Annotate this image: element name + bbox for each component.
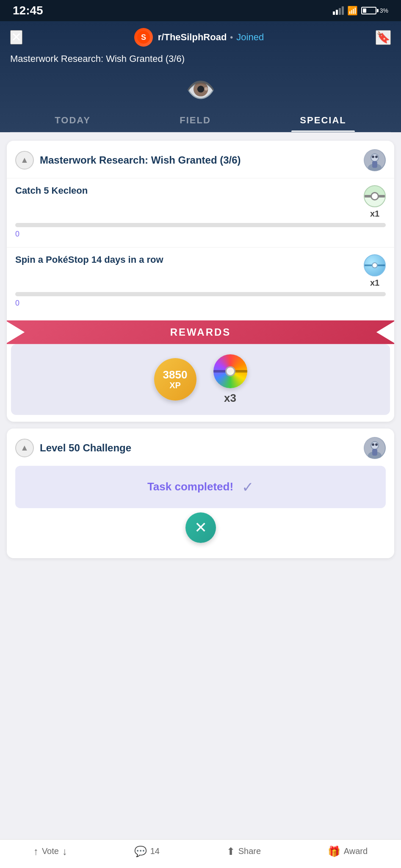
award-icon: 🎁 — [328, 846, 340, 857]
task-1-reward-count: x1 — [370, 209, 379, 219]
subreddit-name[interactable]: r/TheSilphRoad — [158, 32, 227, 43]
downvote-icon[interactable]: ↓ — [62, 846, 67, 857]
header: ✕ S r/TheSilphRoad • Joined 🔖 Masterwork… — [0, 21, 401, 132]
trainer-avatar — [364, 149, 386, 171]
superball-reward-2 — [364, 254, 386, 276]
battery-icon: 3% — [361, 7, 388, 14]
card-header-left: ▲ Masterwork Research: Wish Granted (3/6… — [15, 151, 241, 170]
rewards-section: REWARDS 3850 XP x3 — [7, 320, 394, 415]
comment-count: 14 — [150, 846, 160, 856]
rewards-banner-text: REWARDS — [170, 326, 231, 338]
research-card-title: Masterwork Research: Wish Granted (3/6) — [40, 154, 241, 166]
svg-point-8 — [375, 156, 378, 158]
tab-field[interactable]: FIELD — [171, 111, 219, 132]
svg-rect-13 — [372, 449, 377, 456]
award-label: Award — [344, 846, 368, 856]
check-icon: ✓ — [242, 479, 254, 495]
upvote-icon[interactable]: ↑ — [33, 846, 39, 857]
xp-amount: 3850 — [163, 369, 188, 381]
status-bar: 12:45 📶 3% — [0, 0, 401, 21]
cancel-button[interactable]: ✕ — [185, 512, 216, 543]
status-icons: 📶 3% — [333, 6, 388, 16]
level50-card-title: Level 50 Challenge — [40, 442, 131, 454]
level50-card-header: ▲ Level 50 Challenge — [7, 428, 394, 466]
task-2-value: 0 — [15, 299, 386, 308]
xp-label: XP — [169, 381, 181, 390]
task-completed-text: Task completed! — [147, 480, 233, 493]
bookmark-button[interactable]: 🔖 — [376, 30, 391, 45]
task-completed-container: Task completed! ✓ ✕ — [7, 466, 394, 558]
task-1-reward: x1 — [364, 185, 386, 219]
rewards-banner: REWARDS — [7, 320, 394, 344]
binoculars-icon-area: 👁️ — [10, 76, 391, 104]
vote-label: Vote — [42, 846, 59, 856]
svg-rect-6 — [372, 161, 377, 168]
share-label: Share — [238, 846, 261, 856]
status-time: 12:45 — [13, 4, 43, 17]
award-action[interactable]: 🎁 Award — [328, 846, 368, 857]
share-icon: ⬆ — [227, 846, 235, 857]
wifi-icon: 📶 — [347, 6, 358, 16]
task-completed-area: Task completed! ✓ — [15, 466, 386, 508]
research-card: ▲ Masterwork Research: Wish Granted (3/6… — [7, 141, 394, 422]
vote-action[interactable]: ↑ Vote ↓ — [33, 846, 67, 857]
task-item-2: Spin a PokéStop 14 days in a row x1 0 — [7, 247, 394, 316]
xp-reward: 3850 XP — [154, 358, 196, 401]
tab-special[interactable]: SPECIAL — [291, 111, 354, 132]
close-button[interactable]: ✕ — [10, 30, 22, 45]
tab-bar: TODAY FIELD SPECIAL — [10, 111, 391, 132]
svg-point-14 — [372, 443, 374, 446]
pokeball-reward-1 — [364, 185, 386, 207]
tab-today[interactable]: TODAY — [46, 111, 99, 132]
rewards-content: 3850 XP x3 — [11, 344, 390, 415]
main-content: ▲ Masterwork Research: Wish Granted (3/6… — [0, 132, 401, 839]
svg-text:S: S — [141, 33, 146, 42]
bottom-bar: ↑ Vote ↓ 💬 14 ⬆ Share 🎁 Award — [0, 839, 401, 868]
joined-label[interactable]: Joined — [236, 32, 264, 43]
rainbow-ball-reward — [213, 354, 247, 388]
post-title: Masterwork Research: Wish Granted (3/6) — [10, 53, 391, 66]
subreddit-info: S r/TheSilphRoad • Joined — [134, 28, 264, 47]
comment-icon: 💬 — [134, 846, 147, 857]
header-top: ✕ S r/TheSilphRoad • Joined 🔖 — [10, 28, 391, 47]
level50-trainer-avatar — [364, 437, 386, 459]
collapse-button[interactable]: ▲ — [15, 151, 34, 170]
subreddit-details: r/TheSilphRoad • Joined — [158, 32, 264, 43]
task-2-progress: 0 — [15, 292, 386, 308]
task-1-progress: 0 — [15, 223, 386, 239]
share-action[interactable]: ⬆ Share — [227, 846, 261, 857]
dot-separator: • — [230, 33, 233, 42]
subreddit-logo: S — [134, 28, 153, 47]
svg-point-15 — [375, 443, 378, 446]
task-1-label: Catch 5 Kecleon — [15, 185, 364, 196]
task-2-label: Spin a PokéStop 14 days in a row — [15, 254, 364, 265]
ball-reward-count: x3 — [224, 392, 236, 405]
level50-collapse-button[interactable]: ▲ — [15, 439, 34, 457]
level50-card: ▲ Level 50 Challenge Task completed! — [7, 428, 394, 558]
signal-icon — [333, 6, 344, 15]
task-1-value: 0 — [15, 230, 386, 239]
ball-reward-group: x3 — [213, 354, 247, 405]
progress-track-1 — [15, 223, 386, 227]
binoculars-icon: 👁️ — [186, 76, 216, 104]
task-item-1: Catch 5 Kecleon x1 0 — [7, 178, 394, 247]
comment-action[interactable]: 💬 14 — [134, 846, 160, 857]
svg-point-7 — [372, 156, 374, 158]
task-2-reward: x1 — [364, 254, 386, 288]
task-2-reward-count: x1 — [370, 278, 379, 288]
level50-header-left: ▲ Level 50 Challenge — [15, 439, 131, 457]
progress-track-2 — [15, 292, 386, 296]
card-header: ▲ Masterwork Research: Wish Granted (3/6… — [7, 141, 394, 178]
